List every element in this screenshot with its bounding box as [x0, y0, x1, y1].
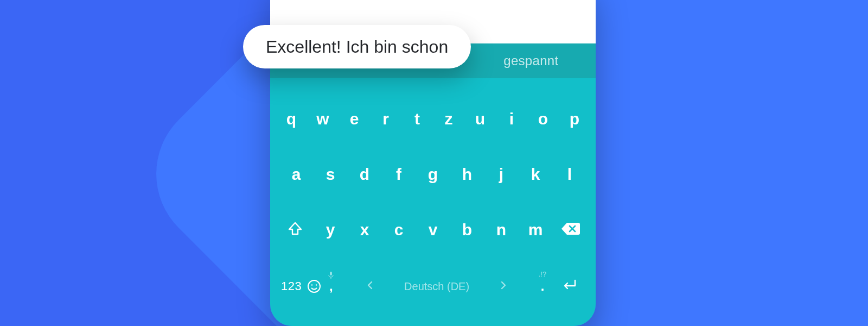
mic-icon	[321, 270, 341, 279]
key-n[interactable]: n	[484, 212, 519, 248]
key-i[interactable]: i	[496, 101, 527, 137]
key-r[interactable]: r	[370, 101, 401, 137]
key-a[interactable]: a	[279, 156, 314, 192]
key-q[interactable]: q	[276, 101, 307, 137]
prev-language-button[interactable]	[366, 280, 374, 293]
key-m[interactable]: m	[519, 212, 553, 248]
key-e[interactable]: e	[339, 101, 370, 137]
key-rows: q w e r t z u i o p a s d f g h	[270, 78, 596, 326]
comma-label: ,	[329, 279, 333, 293]
key-row-4: 123 ,	[276, 267, 590, 305]
chevron-left-icon	[366, 280, 374, 292]
key-g[interactable]: g	[416, 156, 450, 192]
shift-key[interactable]	[279, 212, 311, 248]
key-h[interactable]: h	[450, 156, 484, 192]
emoji-key[interactable]	[307, 279, 321, 293]
key-u[interactable]: u	[464, 101, 496, 137]
period-key[interactable]: .!? .	[533, 279, 552, 294]
key-c[interactable]: c	[382, 212, 416, 248]
spacebar[interactable]: Deutsch (DE)	[341, 280, 533, 293]
svg-rect-3	[330, 272, 332, 275]
key-z[interactable]: z	[433, 101, 464, 137]
svg-point-0	[308, 280, 320, 292]
chevron-right-icon	[500, 280, 507, 292]
shift-icon	[287, 221, 303, 239]
key-s[interactable]: s	[314, 156, 348, 192]
stage: is unterwegs gespannt q w e r t z u i o …	[0, 0, 868, 326]
typed-text: Excellent! Ich bin schon	[266, 37, 448, 57]
key-y[interactable]: y	[314, 212, 348, 248]
next-language-button[interactable]	[500, 280, 507, 293]
key-v[interactable]: v	[416, 212, 450, 248]
svg-point-1	[311, 284, 312, 285]
key-k[interactable]: k	[519, 156, 553, 192]
numbers-key[interactable]: 123	[281, 279, 302, 293]
key-j[interactable]: j	[484, 156, 519, 192]
key-f[interactable]: f	[382, 156, 416, 192]
software-keyboard: is unterwegs gespannt q w e r t z u i o …	[270, 43, 596, 326]
bottom-left-cluster: 123	[276, 279, 321, 293]
enter-key[interactable]	[552, 278, 590, 294]
key-row-1: q w e r t z u i o p	[276, 101, 590, 137]
key-p[interactable]: p	[559, 101, 590, 137]
key-d[interactable]: d	[348, 156, 382, 192]
spacebar-language-label: Deutsch (DE)	[388, 280, 486, 293]
comma-key[interactable]: ,	[321, 279, 341, 294]
key-b[interactable]: b	[450, 212, 484, 248]
key-o[interactable]: o	[527, 101, 559, 137]
period-label: .	[541, 279, 545, 293]
key-x[interactable]: x	[348, 212, 382, 248]
period-hint-label: .!?	[533, 270, 552, 278]
key-w[interactable]: w	[307, 101, 339, 137]
emoji-icon	[307, 286, 321, 295]
enter-icon	[561, 278, 577, 294]
suggestion-item[interactable]: gespannt	[496, 53, 566, 68]
svg-point-2	[316, 284, 317, 285]
key-t[interactable]: t	[401, 101, 433, 137]
key-row-3: y x c v b n m	[276, 212, 590, 248]
key-l[interactable]: l	[553, 156, 587, 192]
key-row-2: a s d f g h j k l	[276, 156, 590, 192]
backspace-key[interactable]	[554, 212, 587, 248]
text-input-bubble[interactable]: Excellent! Ich bin schon	[243, 25, 471, 68]
backspace-icon	[561, 222, 580, 238]
